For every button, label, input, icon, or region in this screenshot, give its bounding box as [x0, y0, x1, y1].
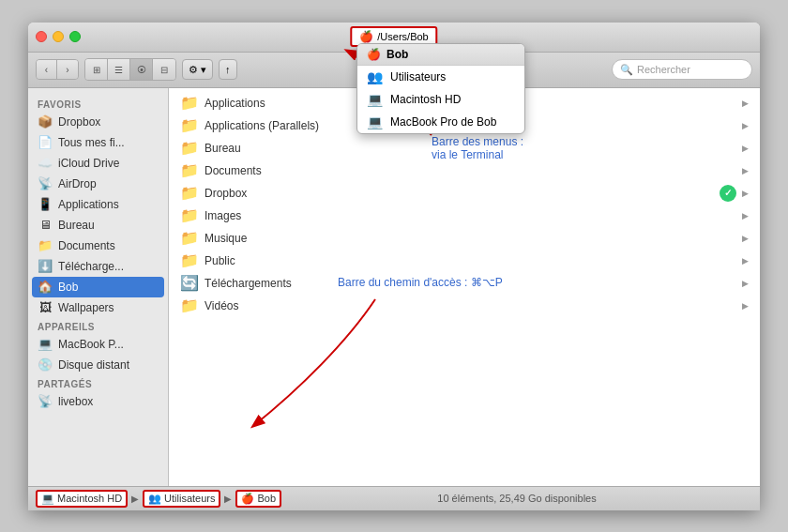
dropdown-item-label: Macintosh HD	[390, 93, 461, 106]
sidebar-item-label: Dropbox	[58, 115, 100, 129]
view-list-button[interactable]: ☰	[108, 59, 130, 80]
path-segment-utilisateurs[interactable]: 👥 Utilisateurs	[143, 490, 220, 508]
path-dropdown[interactable]: 🍎 Bob 👥 Utilisateurs 💻 Macintosh HD 💻 Ma…	[356, 43, 525, 134]
sidebar-item-documents[interactable]: 📁 Documents	[28, 236, 168, 256]
sidebar-item-wallpapers[interactable]: 🖼 Wallpapers	[28, 297, 168, 318]
file-name: Bureau	[205, 142, 736, 155]
favorites-header: Favoris	[28, 96, 168, 112]
sidebar-item-telechargements[interactable]: ⬇️ Télécharge...	[28, 256, 168, 277]
airdrop-icon: 📡	[38, 176, 53, 191]
file-item-videos[interactable]: 📁 Vidéos ▶	[169, 295, 760, 317]
view-column-button[interactable]: ⦿	[130, 59, 153, 80]
path-segment-label: Macintosh HD	[57, 493, 122, 504]
file-name: Musique	[205, 232, 736, 245]
chevron-right-icon: ▶	[742, 211, 749, 220]
traffic-lights	[36, 31, 81, 42]
status-bar: 💻 Macintosh HD ▶ 👥 Utilisateurs ▶ 🍎 Bob …	[28, 486, 760, 510]
folder-icon: 📁	[180, 296, 199, 315]
view-icon-button[interactable]: ⊞	[85, 59, 108, 80]
file-item-public[interactable]: 📁 Public ▶	[169, 250, 760, 272]
sidebar-item-label: Bob	[58, 281, 78, 294]
dropdown-item-macintosh[interactable]: 💻 Macintosh HD	[357, 88, 524, 111]
chevron-right-icon: ▶	[742, 121, 749, 130]
file-name: Téléchargements	[205, 277, 736, 290]
sidebar-item-label: Applications	[58, 198, 119, 211]
file-item-bureau[interactable]: 📁 Bureau ▶	[169, 137, 760, 160]
file-item-documents[interactable]: 📁 Documents ▶	[169, 160, 760, 182]
utilisateurs-path-icon: 👥	[148, 493, 161, 505]
share-icon: ↑	[225, 64, 231, 75]
sidebar-item-livebox[interactable]: 📡 livebox	[28, 391, 168, 412]
file-list: 📁 Applications ▶ 📁 Applications (Paralle…	[169, 88, 760, 486]
sidebar-item-label: Télécharge...	[58, 260, 124, 273]
macbook-icon: 💻	[367, 114, 383, 129]
title-bar-path-text: /Users/Bob	[377, 31, 428, 42]
tous-mes-fichiers-icon: 📄	[38, 135, 53, 150]
wallpapers-icon: 🖼	[38, 300, 53, 315]
chevron-right-icon: ▶	[742, 166, 749, 175]
file-name: Vidéos	[205, 299, 736, 312]
sidebar-item-label: Tous mes fi...	[58, 136, 125, 149]
sidebar-item-bureau[interactable]: 🖥 Bureau	[28, 215, 168, 236]
dropdown-item-label: MacBook Pro de Bob	[390, 115, 496, 129]
sidebar-item-airdrop[interactable]: 📡 AirDrop	[28, 174, 168, 194]
status-text: 10 éléments, 25,49 Go disponibles	[281, 493, 752, 504]
nav-buttons: ‹ ›	[36, 59, 79, 80]
minimize-button[interactable]	[53, 31, 64, 42]
bureau-icon: 🖥	[38, 218, 53, 233]
dropdown-header-label: Bob	[386, 48, 408, 61]
sidebar: Favoris 📦 Dropbox 📄 Tous mes fi... ☁️ iC…	[28, 88, 169, 486]
path-segment-label: Bob	[257, 493, 276, 504]
folder-icon: 🔄	[180, 274, 199, 293]
disque-distant-icon: 💿	[38, 357, 53, 372]
sidebar-item-label: livebox	[58, 395, 93, 408]
file-item-images[interactable]: 📁 Images ▶	[169, 205, 760, 227]
action-button[interactable]: ⚙ ▾	[182, 59, 213, 80]
search-box[interactable]: 🔍 Rechercher	[612, 59, 752, 80]
file-item-musique[interactable]: 📁 Musique ▶	[169, 227, 760, 250]
dropdown-header-icon: 🍎	[367, 48, 381, 61]
gear-icon: ⚙	[189, 64, 198, 76]
sidebar-item-dropbox[interactable]: 📦 Dropbox	[28, 112, 168, 132]
folder-icon: 📁	[180, 116, 199, 135]
path-segment-macintosh[interactable]: 💻 Macintosh HD	[36, 490, 128, 508]
path-segment-bob[interactable]: 🍎 Bob	[235, 490, 281, 508]
folder-icon: 📁	[180, 184, 199, 203]
sidebar-item-label: Documents	[58, 239, 115, 252]
folder-icon: 📁	[180, 94, 199, 113]
sidebar-item-applications[interactable]: 📱 Applications	[28, 194, 168, 215]
dropdown-item-macbook[interactable]: 💻 MacBook Pro de Bob	[357, 111, 524, 133]
forward-button[interactable]: ›	[57, 60, 78, 79]
sidebar-item-label: Disque distant	[58, 358, 129, 372]
share-button[interactable]: ↑	[219, 59, 237, 80]
sidebar-item-disque-distant[interactable]: 💿 Disque distant	[28, 355, 168, 375]
chevron-right-icon: ▶	[742, 301, 749, 311]
chevron-right-icon: ▶	[742, 144, 749, 153]
view-cover-button[interactable]: ⊟	[153, 59, 175, 80]
dropdown-item-label: Utilisateurs	[390, 70, 446, 84]
file-name: Dropbox	[205, 187, 714, 200]
maximize-button[interactable]	[69, 31, 81, 42]
close-button[interactable]	[36, 31, 47, 42]
path-arrow-1: ▶	[131, 494, 139, 504]
action-dropdown-icon: ▾	[201, 64, 206, 76]
title-bar: 🍎 /Users/Bob 🍎 Bob 👥 Utilisateurs 💻 Maci…	[28, 23, 760, 53]
search-placeholder: Rechercher	[637, 64, 690, 75]
checkmark-icon: ✓	[720, 185, 736, 202]
dropbox-icon: 📦	[38, 114, 53, 129]
sidebar-item-label: AirDrop	[58, 177, 97, 190]
back-button[interactable]: ‹	[37, 60, 57, 79]
sidebar-item-bob[interactable]: 🏠 Bob	[32, 277, 164, 297]
file-item-telechargements[interactable]: 🔄 Téléchargements ▶	[169, 272, 760, 295]
sidebar-item-label: MacBook P...	[58, 338, 124, 351]
dropdown-item-utilisateurs[interactable]: 👥 Utilisateurs	[357, 66, 524, 88]
sidebar-item-label: Bureau	[58, 219, 95, 232]
file-item-dropbox[interactable]: 📁 Dropbox ✓ ▶	[169, 182, 760, 205]
sidebar-item-macbook[interactable]: 💻 MacBook P...	[28, 334, 168, 355]
sidebar-item-icloud[interactable]: ☁️ iCloud Drive	[28, 153, 168, 174]
apple-icon: 🍎	[359, 30, 373, 43]
sidebar-item-tous-mes-fichiers[interactable]: 📄 Tous mes fi...	[28, 132, 168, 153]
macbook-device-icon: 💻	[38, 337, 53, 352]
dropdown-header: 🍎 Bob	[357, 44, 524, 66]
chevron-right-icon: ▶	[742, 256, 749, 266]
